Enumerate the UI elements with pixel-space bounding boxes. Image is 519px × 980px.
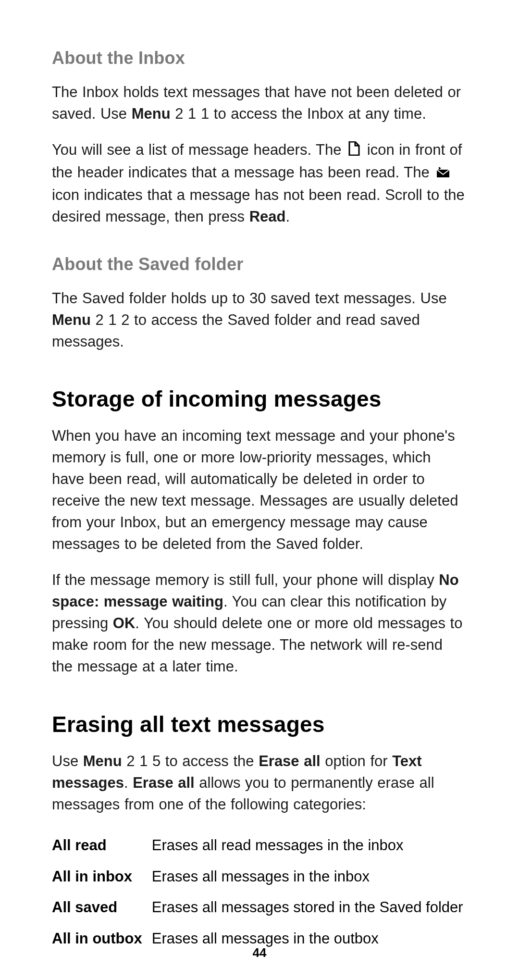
text-bold-menu: Menu (83, 753, 122, 769)
paragraph-erase-1: Use Menu 2 1 5 to access the Erase all o… (52, 751, 467, 816)
text-bold-eraseall: Erase all (259, 753, 321, 769)
term: All read (52, 830, 152, 861)
desc: Erases all read messages in the inbox (152, 830, 463, 861)
text: The Saved folder holds up to 30 saved te… (52, 290, 447, 307)
paragraph-inbox-2: You will see a list of message headers. … (52, 139, 467, 228)
paragraph-saved-1: The Saved folder holds up to 30 saved te… (52, 288, 467, 353)
text: Use (52, 753, 83, 769)
text: . (285, 208, 290, 225)
page: About the Inbox The Inbox holds text mes… (0, 0, 519, 980)
text: If the message memory is still full, you… (52, 571, 439, 588)
text: 2 1 5 to access the (122, 753, 259, 769)
text-bold-eraseall: Erase all (133, 774, 195, 791)
text: 2 1 1 to access the Inbox at any time. (171, 105, 426, 122)
table-row: All saved Erases all messages stored in … (52, 892, 463, 923)
text-bold-ok: OK (113, 615, 136, 632)
desc: Erases all messages stored in the Saved … (152, 892, 463, 923)
heading-about-saved: About the Saved folder (52, 254, 467, 274)
text: option for (321, 753, 392, 769)
paragraph-storage-2: If the message memory is still full, you… (52, 570, 467, 678)
term: All in inbox (52, 861, 152, 893)
paragraph-inbox-1: The Inbox holds text messages that have … (52, 82, 467, 125)
text: 2 1 2 to access the Saved folder and rea… (52, 311, 420, 350)
text: . (124, 774, 133, 791)
heading-about-inbox: About the Inbox (52, 48, 467, 68)
text-bold-menu: Menu (52, 311, 91, 328)
heading-erase: Erasing all text messages (52, 711, 467, 737)
term: All saved (52, 892, 152, 923)
desc: Erases all messages in the inbox (152, 861, 463, 893)
table-row: All read Erases all read messages in the… (52, 830, 463, 861)
text-bold-menu: Menu (132, 105, 171, 122)
paragraph-storage-1: When you have an incoming text message a… (52, 425, 467, 555)
table-row: All in inbox Erases all messages in the … (52, 861, 463, 893)
erase-options-table: All read Erases all read messages in the… (52, 830, 463, 955)
read-message-icon (348, 140, 360, 162)
page-number: 44 (0, 945, 519, 960)
heading-storage: Storage of incoming messages (52, 386, 467, 412)
text-bold-read: Read (249, 208, 286, 225)
unread-message-icon (436, 163, 450, 185)
text: You will see a list of message headers. … (52, 141, 346, 158)
